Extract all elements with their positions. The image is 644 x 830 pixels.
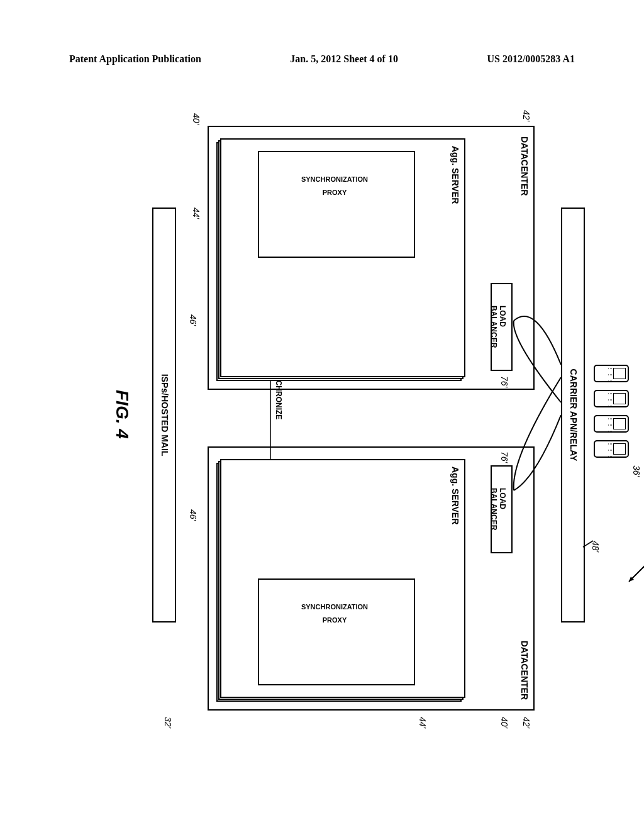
ref-datacenter-a: 42' (521, 110, 531, 121)
syncproxy-label-line1: SYNCHRONIZATION (301, 603, 368, 611)
ref-aggserver-b: 40' (499, 717, 509, 728)
aggserver-label: Agg. SERVER (450, 146, 460, 204)
aggserver-label: Agg. SERVER (450, 467, 460, 524)
isps-label: ISPs/HOSTED MAIL (160, 374, 170, 456)
ref-phones: 36' (631, 465, 641, 477)
header-center: Jan. 5, 2012 Sheet 4 of 10 (290, 53, 398, 65)
datacenter-label: DATACENTER (519, 136, 530, 196)
connection-curves (460, 239, 561, 591)
ref-config-b: 46' (188, 509, 198, 521)
isps-box: ISPs/HOSTED MAIL (152, 208, 176, 622)
header-right: US 2012/0005283 A1 (487, 53, 575, 65)
carrier-label: CARRIER APN/RELAY (569, 369, 579, 462)
syncproxy-label-line2: PROXY (323, 189, 347, 196)
header-left: Patent Application Publication (69, 53, 201, 65)
ref-datacenter-b: 42' (521, 717, 531, 728)
syncproxy-left-stack: SYNCHRONIZATION PROXY (258, 151, 415, 258)
datacenter-label: DATACENTER (519, 641, 530, 700)
phone-icon (594, 365, 629, 382)
ref-syncproxy-a: 44' (191, 208, 201, 219)
phone-icon (594, 440, 629, 458)
carrier-relay-box: CARRIER APN/RELAY (561, 208, 585, 622)
phone-icon (594, 390, 629, 407)
leader-line (582, 538, 594, 550)
figure-label: FIG. 4 (112, 390, 132, 439)
ref-syncproxy-b: 44' (418, 717, 428, 728)
arrow-icon (623, 563, 644, 588)
diagram-container: 36' 30' CARRIER APN/RELAY 48' DATACENTER… (6, 176, 635, 654)
phone-icon (594, 415, 629, 433)
syncproxy-label-line2: PROXY (323, 616, 347, 624)
ref-config-a: 46' (188, 314, 198, 326)
ref-isps: 32' (163, 717, 173, 728)
ref-aggserver-a: 40' (191, 113, 201, 124)
syncproxy-label-line1: SYNCHRONIZATION (301, 175, 368, 183)
syncproxy-right-stack: SYNCHRONIZATION PROXY (258, 578, 415, 685)
